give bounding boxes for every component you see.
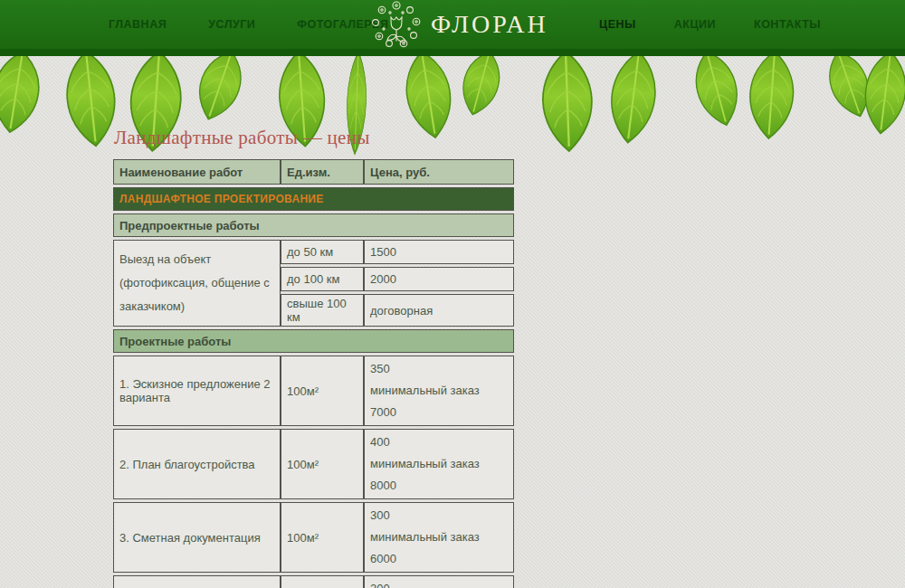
- table-row: Выезд на объект (фотофиксация, общение с…: [113, 240, 514, 264]
- price-cell: 350 минимальный заказ 7000: [364, 356, 514, 426]
- table-row: 2. План благоустройства 100м² 400 минима…: [113, 429, 514, 499]
- table-row: 3. Сметная документация 100м² 300 минима…: [113, 502, 514, 573]
- main-nav-right: ЦЕНЫ АКЦИИ КОНТАКТЫ: [599, 0, 821, 49]
- price-value: 350: [370, 358, 508, 380]
- col-header-unit: Ед.изм.: [281, 159, 364, 185]
- subsection-title: Проектные работы: [113, 329, 514, 353]
- visit-price-cell: 2000: [364, 267, 514, 291]
- price-value: 200: [370, 578, 508, 588]
- nav-item-contacts[interactable]: КОНТАКТЫ: [754, 18, 821, 31]
- visit-unit-cell: до 50 км: [281, 240, 364, 264]
- price-note: минимальный заказ 7000: [370, 380, 508, 423]
- subsection-row-preproject: Предпроектные работы: [113, 213, 514, 237]
- price-cell: 400 минимальный заказ 8000: [364, 429, 514, 499]
- site-header: ГЛАВНАЯ УСЛУГИ ФОТОГАЛЕРЕЯ ФЛОРАН ЦЕНЫ: [0, 0, 905, 56]
- main-content: Ландшафтные работы — цены Наименование р…: [113, 127, 801, 588]
- page-title: Ландшафтные работы — цены: [114, 127, 801, 149]
- main-nav-left: ГЛАВНАЯ УСЛУГИ ФОТОГАЛЕРЕЯ: [109, 0, 388, 49]
- visit-price-cell: договорная: [364, 294, 514, 327]
- work-name-cell: 1. Эскизное предложение 2 варианта: [113, 356, 281, 426]
- site-logo[interactable]: ФЛОРАН: [371, 0, 548, 49]
- section-row-landscape-design: ЛАНДШАФТНОЕ ПРОЕКТИРОВАНИЕ: [113, 187, 514, 211]
- subsection-row-project: Проектные работы: [113, 329, 514, 353]
- unit-cell: 100м²: [281, 502, 364, 573]
- unit-cell: 100м²: [281, 429, 364, 499]
- table-row: 4. Разбивочный чертеж 100м² 200 минималь…: [113, 575, 514, 588]
- unit-cell: 100м²: [281, 575, 364, 588]
- nav-item-services[interactable]: УСЛУГИ: [208, 18, 255, 31]
- work-name-cell: 2. План благоустройства: [113, 429, 281, 499]
- work-name-cell: 3. Сметная документация: [113, 502, 281, 573]
- col-header-price: Цена, руб.: [364, 159, 514, 185]
- table-row: 1. Эскизное предложение 2 варианта 100м²…: [113, 356, 514, 426]
- visit-price-cell: 1500: [364, 240, 514, 264]
- visit-unit-cell: свыше 100 км: [281, 294, 364, 327]
- table-header-row: Наименование работ Ед.изм. Цена, руб.: [113, 159, 514, 185]
- price-value: 300: [370, 505, 508, 526]
- price-value: 400: [370, 432, 508, 453]
- price-note: минимальный заказ 8000: [370, 453, 508, 497]
- brand-name: ФЛОРАН: [431, 10, 548, 39]
- price-cell: 300 минимальный заказ 6000: [364, 502, 514, 573]
- price-cell: 200 минимальный заказ 4000: [364, 575, 514, 588]
- price-table: Наименование работ Ед.изм. Цена, руб. ЛА…: [113, 156, 514, 588]
- visit-name-cell: Выезд на объект (фотофиксация, общение с…: [113, 240, 281, 327]
- unit-cell: 100м²: [281, 356, 364, 426]
- section-title: ЛАНДШАФТНОЕ ПРОЕКТИРОВАНИЕ: [113, 187, 514, 211]
- col-header-name: Наименование работ: [113, 159, 281, 185]
- price-note: минимальный заказ 6000: [370, 526, 508, 570]
- floral-logo-icon: [371, 0, 422, 50]
- nav-item-promotions[interactable]: АКЦИИ: [674, 18, 716, 31]
- visit-unit-cell: до 100 км: [281, 267, 364, 291]
- subsection-title: Предпроектные работы: [113, 213, 514, 237]
- work-name-cell: 4. Разбивочный чертеж: [113, 575, 281, 588]
- nav-item-home[interactable]: ГЛАВНАЯ: [109, 18, 167, 31]
- nav-item-prices[interactable]: ЦЕНЫ: [599, 18, 636, 31]
